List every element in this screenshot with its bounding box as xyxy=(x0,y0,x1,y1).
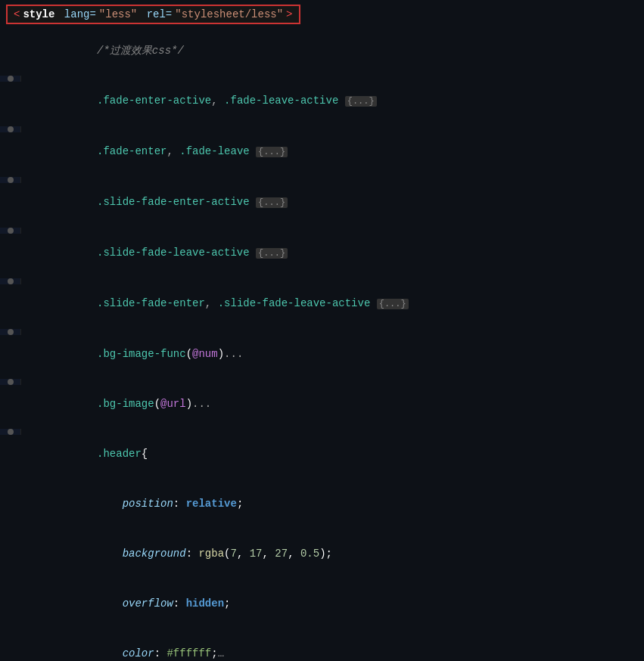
val-position: relative xyxy=(186,498,237,510)
line-text: .fade-enter, .fade-leave {...} xyxy=(21,126,644,177)
prop-background: background xyxy=(71,548,185,560)
line-bg-image-func: .bg-image-func(@num)... xyxy=(0,329,644,379)
tag-bracket-open: < xyxy=(14,8,20,20)
line-text: .header{ xyxy=(21,429,644,479)
tag-name: style xyxy=(23,8,54,20)
prop-overflow: overflow xyxy=(71,597,173,610)
line-bg-image: .bg-image(@url)... xyxy=(0,379,644,429)
prop-color: color xyxy=(71,647,154,659)
line-slide-fade-enter: .slide-fade-enter-active {...} xyxy=(0,177,644,228)
val-overflow: hidden xyxy=(186,597,224,610)
line-text: .bg-image-func(@num)... xyxy=(21,329,644,379)
editor-container: <style lang="less" rel="stylesheet/less"… xyxy=(0,0,644,661)
gutter-dot xyxy=(0,329,21,335)
selector: .slide-fade-enter-active xyxy=(71,196,249,208)
gutter-dot xyxy=(0,278,21,284)
line-text: position: relative; xyxy=(21,479,644,529)
style-tag-line: <style lang="less" rel="stylesheet/less"… xyxy=(0,0,644,26)
attr-lang: lang= xyxy=(58,8,95,20)
line-text: .slide-fade-leave-active {...} xyxy=(21,228,644,278)
gutter-dot xyxy=(0,228,21,234)
line-text: .slide-fade-enter-active {...} xyxy=(21,177,644,228)
line-text: .fade-enter-active, .fade-leave-active {… xyxy=(21,76,644,126)
tag-close: > xyxy=(286,8,292,20)
line-fade-enter-active: .fade-enter-active, .fade-leave-active {… xyxy=(0,76,644,126)
line-text: .slide-fade-enter, .slide-fade-leave-act… xyxy=(21,278,644,329)
selector: .bg-image xyxy=(71,398,154,410)
line-comment: /*过渡效果css*/ xyxy=(0,26,644,76)
gutter-dot xyxy=(0,177,21,183)
attr-rel: rel= xyxy=(140,8,172,20)
selector: .slide-fade-leave-active xyxy=(71,247,249,259)
line-text: overflow: hidden; xyxy=(21,579,644,628)
selector: .fade-enter xyxy=(71,145,166,157)
gutter-dot xyxy=(0,126,21,132)
selector: .slide-fade-enter xyxy=(71,297,204,309)
line-text: background: rgba(7, 17, 27, 0.5); xyxy=(21,529,644,579)
selector: .bg-image-func xyxy=(71,348,185,360)
attr-rel-val: "stylesheet/less" xyxy=(175,8,283,20)
line-fade-enter: .fade-enter, .fade-leave {...} xyxy=(0,126,644,177)
gutter-dot xyxy=(0,379,21,385)
line-text: /*过渡效果css*/ xyxy=(21,26,644,76)
style-tag-highlight: <style lang="less" rel="stylesheet/less"… xyxy=(6,5,300,24)
line-color: color: #ffffff;… xyxy=(0,628,644,661)
line-background: background: rgba(7, 17, 27, 0.5); xyxy=(0,529,644,579)
gutter-dot xyxy=(0,429,21,435)
val-color: #ffffff xyxy=(166,647,211,659)
line-overflow: overflow: hidden; xyxy=(0,579,644,628)
selector: .fade-enter-active xyxy=(71,95,211,107)
comment-text: /*过渡效果css*/ xyxy=(71,45,183,57)
fn-rgba: rgba xyxy=(198,548,224,560)
line-slide-fade-combined: .slide-fade-enter, .slide-fade-leave-act… xyxy=(0,278,644,329)
line-position: position: relative; xyxy=(0,479,644,529)
attr-lang-val: "less" xyxy=(99,8,137,20)
line-text: color: #ffffff;… xyxy=(21,628,644,661)
line-text: .bg-image(@url)... xyxy=(21,379,644,429)
line-slide-fade-leave: .slide-fade-leave-active {...} xyxy=(0,228,644,278)
line-header-selector: .header{ xyxy=(0,429,644,479)
selector-header: .header xyxy=(71,448,141,460)
prop-position: position xyxy=(71,498,173,510)
gutter-dot xyxy=(0,76,21,82)
